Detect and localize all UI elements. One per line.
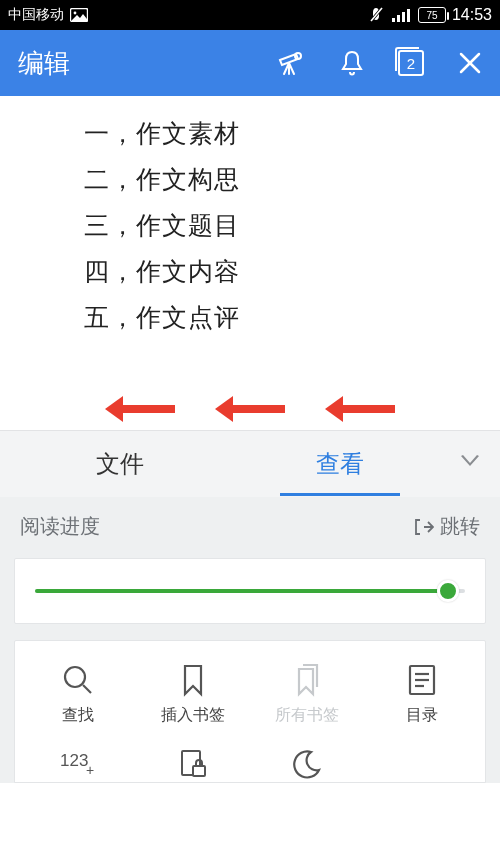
find-button[interactable]: 查找 xyxy=(21,659,136,744)
arrow-left-icon xyxy=(215,398,285,418)
svg-rect-20 xyxy=(193,766,205,776)
action-grid: 查找 插入书签 所有书签 目录 123+ xyxy=(14,640,486,783)
word-count-button[interactable]: 123+ xyxy=(21,744,136,782)
svg-point-11 xyxy=(65,667,85,687)
count-icon: 123+ xyxy=(58,748,98,778)
svg-point-1 xyxy=(74,12,77,15)
svg-rect-4 xyxy=(392,18,395,22)
arrow-left-icon xyxy=(325,398,395,418)
doc-line: 一，作文素材 xyxy=(84,110,500,156)
chevron-down-icon xyxy=(460,455,480,469)
doc-line: 四，作文内容 xyxy=(84,248,500,294)
svg-rect-5 xyxy=(397,15,400,22)
tab-view[interactable]: 查看 xyxy=(230,434,450,494)
svg-line-12 xyxy=(83,685,91,693)
slider-thumb[interactable] xyxy=(437,580,459,602)
lock-doc-icon xyxy=(177,748,209,780)
progress-label: 阅读进度 xyxy=(20,513,100,540)
picture-icon xyxy=(70,8,88,22)
svg-text:+: + xyxy=(86,762,94,778)
clock-label: 14:53 xyxy=(452,6,492,24)
bookmark-icon xyxy=(178,663,208,697)
header-title: 编辑 xyxy=(18,46,70,81)
collapse-button[interactable] xyxy=(450,455,490,473)
toc-button[interactable]: 目录 xyxy=(365,659,480,744)
svg-rect-7 xyxy=(407,9,410,22)
telescope-icon[interactable] xyxy=(276,50,306,76)
bottom-panel: 文件 查看 阅读进度 跳转 查找 xyxy=(0,430,500,783)
jump-icon xyxy=(414,518,434,536)
svg-text:123: 123 xyxy=(60,751,88,770)
carrier-label: 中国移动 xyxy=(8,6,64,24)
progress-slider-card xyxy=(14,558,486,624)
status-bar: 中国移动 75 14:53 xyxy=(0,0,500,30)
mute-icon xyxy=(368,6,386,24)
search-icon xyxy=(61,663,95,697)
progress-slider[interactable] xyxy=(35,589,465,593)
tab-file[interactable]: 文件 xyxy=(10,434,230,494)
night-mode-button[interactable] xyxy=(250,744,365,782)
doc-line: 五，作文点评 xyxy=(84,294,500,340)
svg-point-8 xyxy=(295,53,301,59)
battery-icon: 75 xyxy=(418,7,446,23)
panel-tabs: 文件 查看 xyxy=(0,431,500,497)
arrow-left-icon xyxy=(105,398,175,418)
signal-icon xyxy=(392,8,412,22)
insert-bookmark-button[interactable]: 插入书签 xyxy=(136,659,251,744)
close-icon[interactable] xyxy=(458,51,482,75)
app-header: 编辑 2 xyxy=(0,30,500,96)
all-bookmarks-button[interactable]: 所有书签 xyxy=(250,659,365,744)
svg-rect-6 xyxy=(402,12,405,22)
bookmarks-icon xyxy=(290,663,324,697)
lock-doc-button[interactable] xyxy=(136,744,251,782)
jump-button[interactable]: 跳转 xyxy=(414,513,480,540)
bell-icon[interactable] xyxy=(340,50,364,76)
list-icon xyxy=(406,663,438,697)
annotation-arrows xyxy=(0,398,500,418)
moon-icon xyxy=(291,748,323,780)
doc-line: 二，作文构思 xyxy=(84,156,500,202)
document-body[interactable]: 一，作文素材 二，作文构思 三，作文题目 四，作文内容 五，作文点评 xyxy=(0,96,500,340)
tab-count-button[interactable]: 2 xyxy=(398,50,424,76)
doc-line: 三，作文题目 xyxy=(84,202,500,248)
